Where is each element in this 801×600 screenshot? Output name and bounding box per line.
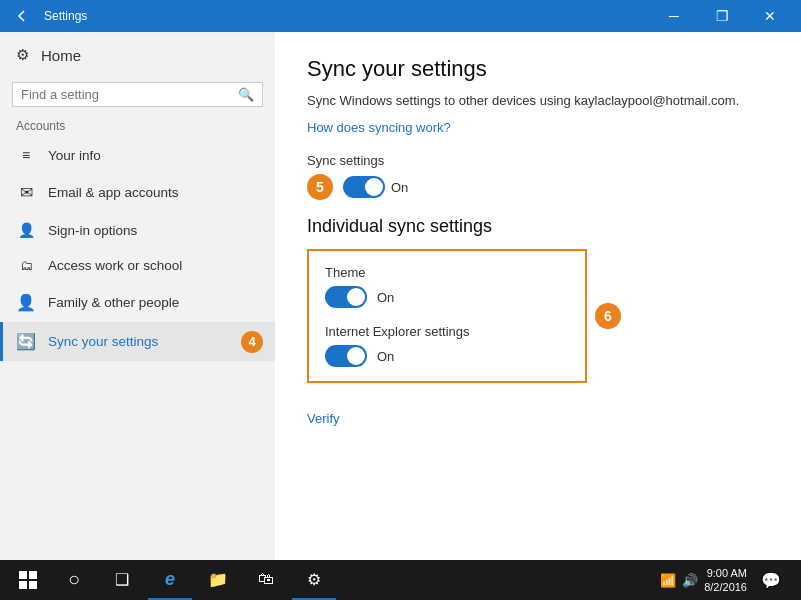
sidebar-item-email-app-accounts[interactable]: ✉ Email & app accounts (0, 173, 275, 212)
sidebar-item-home[interactable]: ⚙ Home (0, 32, 275, 78)
sidebar-item-sign-in-options[interactable]: 👤 Sign-in options (0, 212, 275, 248)
taskbar-clock: 9:00 AM 8/2/2016 (704, 566, 747, 595)
volume-icon: 🔊 (682, 573, 698, 588)
sync-icon: 🔄 (16, 332, 36, 351)
start-button[interactable] (4, 560, 52, 600)
search-input[interactable] (21, 87, 238, 102)
taskbar: ○ ❑ e 📁 🛍 ⚙ 📶 🔊 9:00 AM 8/2/2016 💬 (0, 560, 801, 600)
page-title: Sync your settings (307, 56, 769, 82)
theme-label: Theme (325, 265, 569, 280)
titlebar-controls: ─ ❐ ✕ (651, 0, 793, 32)
individual-sync-box: Theme On Internet Explorer settings On 6 (307, 249, 587, 383)
close-button[interactable]: ✕ (747, 0, 793, 32)
theme-toggle[interactable] (325, 286, 367, 308)
taskbar-date-display: 8/2/2016 (704, 580, 747, 594)
sync-settings-toggle[interactable] (343, 176, 385, 198)
sidebar-item-sync-your-settings[interactable]: 🔄 Sync your settings 4 (0, 322, 275, 361)
sign-in-icon: 👤 (16, 222, 36, 238)
minimize-button[interactable]: ─ (651, 0, 697, 32)
email-icon: ✉ (16, 183, 36, 202)
taskbar-task-view-icon[interactable]: ❑ (100, 560, 144, 600)
theme-on-label: On (377, 290, 394, 305)
taskbar-sys-icons: 📶 🔊 (660, 573, 698, 588)
titlebar-back-button[interactable] (8, 2, 36, 30)
sidebar-home-label: Home (41, 47, 81, 64)
sidebar-item-label: Sign-in options (48, 223, 137, 238)
home-icon: ⚙ (16, 46, 29, 64)
taskbar-icons: ○ ❑ e 📁 🛍 ⚙ (52, 560, 660, 600)
svg-rect-0 (19, 571, 27, 579)
theme-toggle-row: On (325, 286, 569, 308)
ie-on-label: On (377, 349, 394, 364)
ie-settings-label: Internet Explorer settings (325, 324, 569, 339)
accounts-section-label: Accounts (0, 115, 275, 137)
taskbar-edge-icon[interactable]: e (148, 560, 192, 600)
sync-settings-label: Sync settings (307, 153, 769, 168)
titlebar: Settings ─ ❐ ✕ (0, 0, 801, 32)
ie-toggle-row: On (325, 345, 569, 367)
sidebar-item-family-other-people[interactable]: 👤 Family & other people (0, 283, 275, 322)
sidebar-item-access-work-school[interactable]: 🗂 Access work or school (0, 248, 275, 283)
search-box[interactable]: 🔍 (12, 82, 263, 107)
sidebar-item-label: Your info (48, 148, 101, 163)
sidebar-item-label: Access work or school (48, 258, 182, 273)
taskbar-right: 📶 🔊 9:00 AM 8/2/2016 💬 (660, 560, 797, 600)
network-icon: 📶 (660, 573, 676, 588)
page-description: Sync Windows settings to other devices u… (307, 92, 769, 110)
your-info-icon: ≡ (16, 147, 36, 163)
titlebar-title: Settings (44, 9, 651, 23)
sidebar-item-label: Sync your settings (48, 334, 158, 349)
family-icon: 👤 (16, 293, 36, 312)
taskbar-notification-button[interactable]: 💬 (753, 560, 789, 600)
step-badge-5: 5 (307, 174, 333, 200)
work-icon: 🗂 (16, 258, 36, 273)
how-syncing-link[interactable]: How does syncing work? (307, 120, 769, 135)
main-layout: ⚙ Home 🔍 Accounts ≡ Your info ✉ Email & … (0, 32, 801, 560)
sidebar-item-label: Family & other people (48, 295, 179, 310)
individual-sync-title: Individual sync settings (307, 216, 769, 237)
search-icon: 🔍 (238, 87, 254, 102)
verify-link[interactable]: Verify (307, 411, 769, 426)
taskbar-settings-icon[interactable]: ⚙ (292, 560, 336, 600)
svg-rect-2 (19, 581, 27, 589)
sync-on-label: On (391, 180, 408, 195)
sync-settings-toggle-row: 5 On (307, 174, 769, 200)
ie-toggle[interactable] (325, 345, 367, 367)
taskbar-search-icon[interactable]: ○ (52, 560, 96, 600)
sidebar-item-your-info[interactable]: ≡ Your info (0, 137, 275, 173)
taskbar-time-display: 9:00 AM (704, 566, 747, 580)
svg-rect-1 (29, 571, 37, 579)
sidebar: ⚙ Home 🔍 Accounts ≡ Your info ✉ Email & … (0, 32, 275, 560)
sidebar-badge-4: 4 (241, 331, 263, 353)
content-area: Sync your settings Sync Windows settings… (275, 32, 801, 560)
taskbar-store-icon[interactable]: 🛍 (244, 560, 288, 600)
maximize-button[interactable]: ❐ (699, 0, 745, 32)
sidebar-item-label: Email & app accounts (48, 185, 179, 200)
step-badge-6: 6 (595, 303, 621, 329)
svg-rect-3 (29, 581, 37, 589)
taskbar-explorer-icon[interactable]: 📁 (196, 560, 240, 600)
